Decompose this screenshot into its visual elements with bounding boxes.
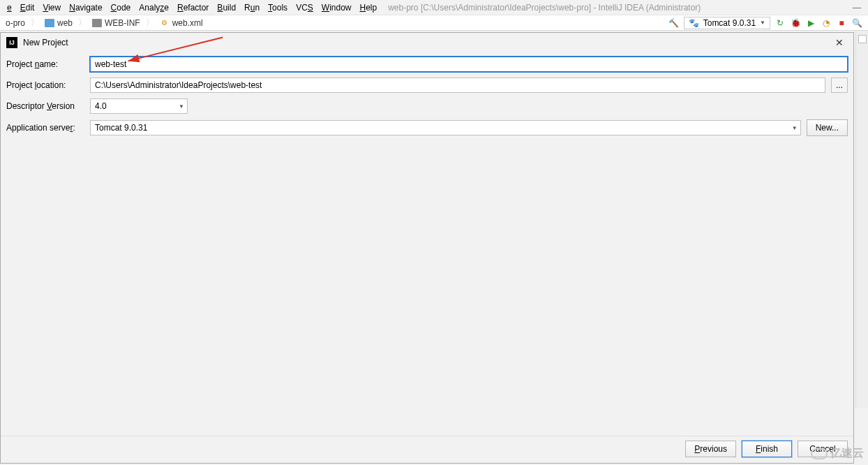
- menu-file[interactable]: e: [3, 1, 16, 14]
- minimize-icon[interactable]: —: [853, 3, 861, 13]
- chevron-down-icon: ▼: [179, 103, 184, 110]
- intellij-icon: IJ: [6, 37, 17, 48]
- run-config-dropdown[interactable]: 🐾 Tomcat 9.0.31 ▼: [684, 17, 770, 29]
- descriptor-version-value: 4.0: [95, 101, 107, 111]
- project-location-label: Project location:: [6, 80, 84, 90]
- cancel-button[interactable]: Cancel: [798, 441, 848, 457]
- descriptor-version-row: Descriptor Version 4.0 ▼: [6, 98, 848, 114]
- run-coverage-icon[interactable]: ▶: [805, 17, 816, 29]
- project-location-row: Project location: ...: [6, 78, 848, 93]
- build-hammer-icon[interactable]: 🔨: [668, 17, 680, 29]
- menu-run[interactable]: Run: [240, 1, 264, 14]
- run-icon[interactable]: ↻: [775, 17, 786, 29]
- app-server-value: Tomcat 9.0.31: [95, 123, 147, 133]
- project-location-input[interactable]: [90, 78, 825, 93]
- dialog-title-text: New Project: [23, 38, 68, 47]
- menu-window[interactable]: Window: [317, 1, 356, 14]
- breadcrumb-sep: 〉: [77, 17, 88, 29]
- window-title: web-pro [C:\Users\Administrator\IdeaProj…: [388, 3, 853, 13]
- right-gutter: [855, 31, 868, 408]
- window-controls: —: [853, 3, 865, 13]
- project-name-row: Project name:: [6, 57, 848, 72]
- new-project-dialog: IJ New Project ✕ Project name: Project l…: [0, 32, 854, 464]
- previous-button[interactable]: Previous: [685, 441, 736, 457]
- project-name-label: Project name:: [6, 59, 84, 69]
- menu-analyze[interactable]: Analyze: [135, 1, 173, 14]
- chevron-down-icon: ▼: [760, 20, 765, 26]
- browse-location-button[interactable]: ...: [831, 78, 848, 93]
- menu-edit[interactable]: Edit: [16, 1, 39, 14]
- menu-vcs[interactable]: VCS: [292, 1, 317, 14]
- stop-icon[interactable]: ■: [836, 17, 847, 29]
- project-name-input[interactable]: [90, 57, 848, 72]
- folder-icon: [92, 19, 102, 27]
- menu-view[interactable]: View: [38, 1, 65, 14]
- menu-navigate[interactable]: Navigate: [65, 1, 106, 14]
- main-menubar: e Edit View Navigate Code Analyze Refact…: [0, 0, 868, 15]
- menu-help[interactable]: Help: [356, 1, 382, 14]
- descriptor-version-dropdown[interactable]: 4.0 ▼: [90, 98, 188, 114]
- menu-code[interactable]: Code: [107, 1, 135, 14]
- dialog-footer: Previous Finish Cancel: [1, 436, 853, 463]
- finish-button[interactable]: Finish: [742, 441, 792, 457]
- breadcrumb-webinf[interactable]: WEB-INF: [89, 18, 143, 28]
- breadcrumb-sep: 〉: [29, 17, 40, 29]
- profile-icon[interactable]: ◔: [821, 17, 832, 29]
- breadcrumb-project[interactable]: o-pro: [3, 18, 28, 28]
- breadcrumb-web[interactable]: web: [42, 18, 75, 28]
- app-server-dropdown[interactable]: Tomcat 9.0.31 ▼: [90, 120, 801, 135]
- chevron-down-icon: ▼: [792, 125, 798, 131]
- menu-build[interactable]: Build: [213, 1, 240, 14]
- app-server-row: Application server: Tomcat 9.0.31 ▼ New.…: [6, 119, 848, 136]
- tomcat-icon: 🐾: [689, 18, 699, 28]
- search-everywhere-icon[interactable]: 🔍: [851, 17, 862, 29]
- dialog-close-button[interactable]: ✕: [831, 36, 848, 50]
- dialog-titlebar: IJ New Project ✕: [1, 33, 853, 52]
- breadcrumb-file[interactable]: ⚙web.xml: [157, 18, 206, 28]
- app-server-label: Application server:: [6, 123, 84, 133]
- folder-icon: [45, 19, 54, 27]
- descriptor-version-label: Descriptor Version: [6, 101, 84, 111]
- new-server-button[interactable]: New...: [807, 119, 848, 136]
- run-config-label: Tomcat 9.0.31: [703, 18, 756, 28]
- menu-refactor[interactable]: Refactor: [173, 1, 213, 14]
- xml-file-icon: ⚙: [160, 18, 170, 28]
- dialog-body: Project name: Project location: ... Desc…: [1, 52, 853, 436]
- menu-tools[interactable]: Tools: [264, 1, 292, 14]
- debug-icon[interactable]: 🐞: [790, 17, 801, 29]
- gutter-marker[interactable]: [858, 35, 867, 43]
- breadcrumb-sep: 〉: [144, 17, 156, 29]
- navigation-bar: o-pro 〉 web 〉 WEB-INF 〉 ⚙web.xml 🔨 🐾 Tom…: [0, 15, 868, 31]
